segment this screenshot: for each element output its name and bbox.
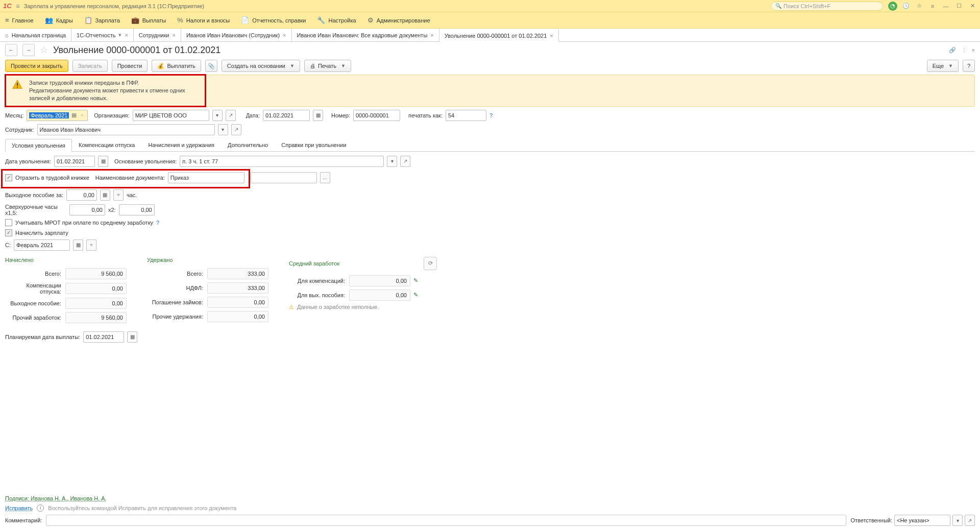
sotrudnik-open-button[interactable]: ↗ bbox=[231, 124, 241, 135]
tab-sotrudniki[interactable]: Сотрудники× bbox=[134, 29, 181, 41]
more-button[interactable]: Еще▼ bbox=[927, 60, 959, 72]
osn-open-button[interactable]: ↗ bbox=[400, 156, 410, 167]
s-step-button[interactable]: ÷ bbox=[86, 239, 96, 251]
tab-close-icon[interactable]: × bbox=[550, 33, 553, 39]
zapisat-button[interactable]: Записать bbox=[72, 60, 108, 72]
plan-cal-button[interactable]: ▦ bbox=[127, 331, 137, 343]
subtab-nachisleniya[interactable]: Начисления и удержания bbox=[141, 138, 221, 151]
nachisleno-komp[interactable]: 0,00 bbox=[65, 283, 127, 294]
plan-input[interactable]: 01.02.2021 bbox=[83, 331, 124, 343]
uderzhano-vsego[interactable]: 333,00 bbox=[207, 268, 268, 279]
subtab-dopolnitelno[interactable]: Дополнительно bbox=[221, 138, 275, 151]
s-cal-button[interactable]: ▦ bbox=[73, 239, 83, 251]
uderzhano-ndfl[interactable]: 333,00 bbox=[207, 282, 268, 294]
edit-icon[interactable]: ✎ bbox=[413, 292, 418, 298]
vyplatit-button[interactable]: 💰Выплатить bbox=[152, 60, 201, 72]
s-input[interactable]: Февраль 2021 bbox=[14, 239, 70, 251]
osn-dropdown-button[interactable]: ▾ bbox=[387, 156, 397, 167]
create-based-on-button[interactable]: Создать на основании▼ bbox=[222, 60, 300, 72]
nomer-input[interactable]: 0000-000001 bbox=[353, 110, 400, 121]
maximize-icon[interactable]: ☐ bbox=[954, 2, 964, 11]
tab-close-icon[interactable]: × bbox=[283, 32, 286, 38]
hamburger-icon[interactable]: ≡ bbox=[16, 2, 20, 10]
menu-otchetnost[interactable]: 📄Отчетность, справки bbox=[241, 16, 306, 24]
sredniy-vyh[interactable]: 0,00 bbox=[349, 290, 410, 301]
workbook-checkbox[interactable]: ✓ bbox=[5, 174, 12, 181]
edit-icon[interactable]: ✎ bbox=[413, 277, 418, 284]
menu-glavnoe[interactable]: ≡Главное bbox=[5, 16, 34, 24]
attach-button[interactable]: 📎 bbox=[205, 60, 217, 72]
percent-icon: % bbox=[177, 16, 183, 24]
nachisleno-vsego[interactable]: 9 560,00 bbox=[65, 268, 127, 279]
menu-nalogi[interactable]: %Налоги и взносы bbox=[177, 16, 230, 24]
forward-button[interactable]: → bbox=[22, 44, 35, 56]
menu-vyplaty[interactable]: 💼Выплаты bbox=[131, 16, 166, 24]
tab-1c-otchetnost[interactable]: 1С-Отчетность▾× bbox=[71, 29, 134, 41]
subtab-spravki[interactable]: Справки при увольнении bbox=[275, 138, 353, 151]
notifications-icon[interactable]: ◔ bbox=[888, 2, 897, 11]
more-vert-icon[interactable]: ⋮ bbox=[961, 47, 967, 54]
date-calendar-button[interactable]: ▦ bbox=[313, 110, 323, 121]
vyhod-step-button[interactable]: ÷ bbox=[113, 189, 124, 201]
provesti-zakryt-button[interactable]: Провести и закрыть bbox=[5, 60, 68, 72]
menu-zarplata[interactable]: 📋Зарплата bbox=[84, 16, 120, 24]
tab-home[interactable]: ⌂Начальная страница bbox=[0, 29, 71, 41]
tab-close-icon[interactable]: × bbox=[430, 32, 433, 38]
naimdoc-extra-button[interactable]: … bbox=[320, 172, 330, 183]
pechat-kak-input[interactable]: 54 bbox=[446, 110, 486, 121]
history-icon[interactable]: 🕓 bbox=[901, 2, 911, 11]
uderzhano-pogz[interactable]: 0,00 bbox=[207, 297, 268, 308]
nachisleno-vyh[interactable]: 0,00 bbox=[65, 298, 127, 309]
provesti-button[interactable]: Провести bbox=[112, 60, 148, 72]
uderzhano-proch[interactable]: 0,00 bbox=[207, 311, 268, 322]
refresh-button[interactable]: ⟳ bbox=[424, 257, 437, 270]
content: Месяц: Февраль 2021▦÷ Организация: МИР Ц… bbox=[0, 110, 980, 349]
minimize-icon[interactable]: — bbox=[941, 2, 950, 11]
menu-lines-icon[interactable]: ≡ bbox=[928, 2, 937, 11]
nachislit-checkbox[interactable]: ✓ bbox=[5, 229, 12, 236]
sotrudnik-dropdown-button[interactable]: ▾ bbox=[218, 124, 228, 135]
close-icon[interactable]: ✕ bbox=[968, 2, 977, 11]
link-icon[interactable]: 🔗 bbox=[949, 47, 956, 54]
mrot-checkbox[interactable]: ✓ bbox=[5, 219, 12, 226]
date-input[interactable]: 01.02.2021 bbox=[263, 110, 310, 121]
help-question-icon[interactable]: ? bbox=[489, 112, 493, 118]
dismiss-date-cal-button[interactable]: ▦ bbox=[98, 156, 108, 167]
subtab-kompensacii[interactable]: Компенсации отпуска bbox=[72, 138, 141, 151]
org-input[interactable]: МИР ЦВЕТОВ ООО bbox=[133, 110, 209, 121]
over2-input[interactable]: 0,00 bbox=[119, 204, 155, 215]
sotrudnik-input[interactable]: Иванов Иван Иванович bbox=[37, 124, 215, 135]
vyhod-cal-button[interactable]: ▦ bbox=[100, 189, 110, 201]
star-icon[interactable]: ☆ bbox=[40, 44, 48, 56]
vyhod-input[interactable]: 0,00 bbox=[66, 189, 97, 201]
mesyats-input[interactable]: Февраль 2021▦÷ bbox=[27, 110, 88, 121]
calendar-icon[interactable]: ▦ bbox=[69, 112, 79, 118]
osn-input[interactable]: п. 3 ч. 1 ст. 77 bbox=[180, 156, 384, 167]
global-search[interactable]: Поиск Ctrl+Shift+F bbox=[771, 2, 883, 11]
print-button[interactable]: 🖨Печать▼ bbox=[304, 60, 351, 72]
subtab-usloviya[interactable]: Условия увольнения bbox=[5, 139, 72, 152]
tab-sotrudnik-card[interactable]: Иванов Иван Иванович (Сотрудник)× bbox=[181, 29, 292, 41]
menu-admin[interactable]: ⚙Администрирование bbox=[368, 16, 430, 24]
menu-nastroyka[interactable]: 🔧Настройка bbox=[317, 16, 356, 24]
tab-kadrovye[interactable]: Иванов Иван Иванович: Все кадровые докум… bbox=[292, 29, 439, 41]
org-dropdown-button[interactable]: ▾ bbox=[212, 110, 223, 121]
back-button[interactable]: ← bbox=[5, 44, 17, 56]
help-button[interactable]: ? bbox=[963, 60, 975, 72]
stepper-icon[interactable]: ÷ bbox=[79, 113, 85, 118]
naimdoc-extra-input[interactable] bbox=[251, 172, 317, 183]
close-panel-icon[interactable]: × bbox=[972, 47, 975, 54]
sredniy-komp[interactable]: 0,00 bbox=[349, 275, 410, 286]
nachisleno-proch[interactable]: 9 560,00 bbox=[65, 312, 127, 323]
tab-close-icon[interactable]: × bbox=[125, 32, 128, 38]
dismiss-date-input[interactable]: 01.02.2021 bbox=[54, 156, 95, 167]
menu-kadry[interactable]: 👥Кадры bbox=[45, 16, 73, 24]
favorite-icon[interactable]: ☆ bbox=[915, 2, 924, 11]
printer-icon: 🖨 bbox=[310, 63, 315, 69]
help-question-icon[interactable]: ? bbox=[156, 220, 159, 226]
over15-input[interactable]: 0,00 bbox=[69, 204, 105, 215]
naimdoc-input[interactable]: Приказ bbox=[168, 172, 244, 183]
tab-uvolnenie[interactable]: Увольнение 0000-000001 от 01.02.2021× bbox=[439, 29, 559, 42]
tab-close-icon[interactable]: × bbox=[172, 32, 175, 38]
org-open-button[interactable]: ↗ bbox=[226, 110, 236, 121]
